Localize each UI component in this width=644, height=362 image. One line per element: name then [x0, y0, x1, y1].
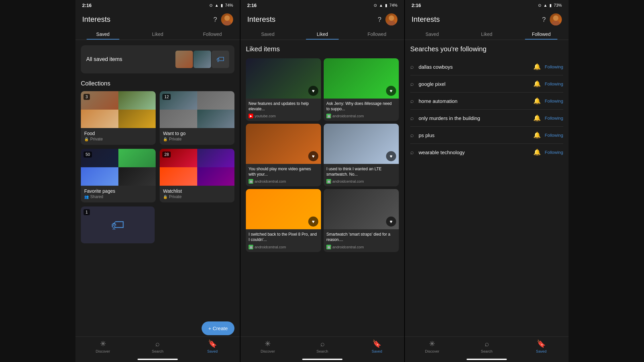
search-term-3: only murders in the building: [419, 115, 533, 121]
watch-count: 28: [162, 152, 171, 158]
all-saved-card[interactable]: All saved items 🏷: [81, 45, 234, 73]
status-icons-2: ⊙ ▲ ▮ 74%: [374, 3, 397, 8]
battery-level-2: 74%: [389, 3, 397, 8]
nav-discover-2[interactable]: ✳ Discover: [240, 340, 295, 353]
source-icon-4: 🤖: [249, 245, 253, 249]
following-btn-1[interactable]: Following: [545, 81, 563, 86]
bottom-nav-3: ✳ Discover ⌕ Search 🔖 Saved: [405, 337, 569, 359]
liked-source-1: 🤖 androidcentral.com: [326, 114, 396, 118]
tab-saved-3[interactable]: Saved: [405, 28, 460, 40]
liked-source-5: 🤖 androidcentral.com: [326, 245, 396, 249]
nav-saved-2[interactable]: 🔖 Saved: [350, 340, 404, 353]
fav-count: 50: [84, 152, 92, 158]
avatar-3[interactable]: [550, 13, 562, 25]
avatar-2[interactable]: [385, 13, 397, 25]
collection-tag-empty[interactable]: 🏷 1: [81, 206, 155, 243]
liked-source-4: 🤖 androidcentral.com: [249, 245, 318, 249]
svg-point-5: [552, 21, 560, 25]
liked-card-4[interactable]: ♥ I switched back to the Pixel 8 Pro, an…: [246, 189, 321, 252]
tab-saved-1[interactable]: Saved: [75, 28, 130, 40]
collection-favorites[interactable]: 50 Favorite pages 👥 Shared: [81, 149, 156, 202]
app-header-3: Interests ?: [405, 9, 569, 28]
nav-saved-1[interactable]: 🔖 Saved: [185, 340, 240, 353]
nav-search-1[interactable]: ⌕ Search: [130, 340, 185, 353]
tab-followed-3[interactable]: Followed: [514, 28, 569, 40]
battery-level-3: 73%: [554, 3, 562, 8]
help-icon-2[interactable]: ?: [378, 16, 381, 23]
watch-name: Watchlist: [163, 188, 231, 194]
liked-title-0: New features and updates to help elevate…: [249, 101, 318, 112]
search-row-4: ⌕ ps plus 🔔 Following: [410, 127, 563, 144]
liked-title-1: Ask Jerry: Why does iMessage need to sup…: [326, 101, 396, 112]
search-label-1: Search: [152, 349, 164, 353]
wifi-icon-3: ▲: [543, 3, 547, 8]
liked-img-0: ♥: [246, 58, 321, 99]
tab-followed-2[interactable]: Followed: [350, 28, 404, 40]
bell-icon-4[interactable]: 🔔: [533, 131, 541, 139]
following-btn-3[interactable]: Following: [545, 116, 563, 121]
watch-privacy-label: Private: [169, 194, 181, 199]
search-label-2: Search: [317, 349, 328, 353]
nav-search-3[interactable]: ⌕ Search: [460, 340, 514, 353]
search-sm-icon-3: ⌕: [410, 115, 414, 122]
followed-content: Searches you're following ⌕ dallas cowbo…: [405, 40, 569, 337]
saved-icon-3: 🔖: [537, 340, 546, 348]
nav-discover-3[interactable]: ✳ Discover: [405, 340, 460, 353]
tab-saved-2[interactable]: Saved: [240, 28, 295, 40]
collection-wantgo[interactable]: 12 Want to go 🔒 Private: [160, 91, 234, 145]
heart-btn-3[interactable]: ♥: [386, 151, 396, 161]
bell-icon-0[interactable]: 🔔: [533, 63, 541, 70]
food-count: 3: [84, 94, 90, 100]
create-button[interactable]: + Create: [202, 321, 234, 335]
help-icon-1[interactable]: ?: [213, 16, 217, 23]
fav-name: Favorite pages: [84, 188, 152, 194]
time-1: 2:16: [82, 3, 92, 8]
status-bar-1: 2:16 ⊙ ▲ ▮ 74%: [75, 0, 240, 9]
saved-content: All saved items 🏷 Collections: [75, 40, 240, 337]
bell-icon-1[interactable]: 🔔: [533, 80, 541, 87]
collection-watchlist[interactable]: 28 Watchlist 🔒 Private: [160, 149, 234, 202]
liked-info-2: You should play more video games with yo…: [246, 164, 321, 186]
tab-liked-2[interactable]: Liked: [295, 28, 350, 40]
following-btn-5[interactable]: Following: [545, 150, 563, 155]
heart-btn-1[interactable]: ♥: [386, 86, 396, 96]
tab-followed-1[interactable]: Followed: [185, 28, 240, 40]
header-icons-3: ?: [542, 13, 562, 25]
svg-point-1: [223, 21, 231, 25]
collection-food[interactable]: 3 Food 🔒 Private: [81, 91, 156, 145]
search-row-3: ⌕ only murders in the building 🔔 Followi…: [410, 110, 563, 127]
liked-img-4: ♥: [246, 189, 321, 229]
following-btn-2[interactable]: Following: [545, 99, 563, 104]
nav-discover-1[interactable]: ✳ Discover: [75, 340, 130, 353]
heart-btn-0[interactable]: ♥: [308, 86, 318, 96]
liked-title: Liked items: [246, 45, 399, 53]
home-indicator-3: [467, 359, 507, 360]
bell-icon-3[interactable]: 🔔: [533, 114, 541, 122]
want-img-2: [197, 91, 235, 110]
liked-card-5[interactable]: ♥ Smartwatch 'smart straps' died for a r…: [324, 189, 399, 252]
source-text-4: androidcentral.com: [255, 245, 286, 249]
battery-icon: ▮: [221, 3, 223, 8]
tab-liked-3[interactable]: Liked: [460, 28, 514, 40]
following-btn-0[interactable]: Following: [545, 64, 563, 69]
collections-grid: 3 Food 🔒 Private: [81, 91, 234, 202]
liked-card-2[interactable]: ♥ You should play more video games with …: [246, 124, 321, 186]
nav-search-2[interactable]: ⌕ Search: [295, 340, 350, 353]
following-btn-4[interactable]: Following: [545, 133, 563, 138]
tab-liked-1[interactable]: Liked: [130, 28, 185, 40]
source-icon-0: ▶: [249, 114, 253, 118]
liked-grid: ♥ New features and updates to help eleva…: [246, 58, 399, 252]
bell-icon-5[interactable]: 🔔: [533, 148, 541, 156]
thumb-tag: 🏷: [212, 51, 229, 68]
nav-saved-3[interactable]: 🔖 Saved: [514, 340, 569, 353]
liked-card-1[interactable]: ♥ Ask Jerry: Why does iMessage need to s…: [324, 58, 399, 121]
liked-card-3[interactable]: ♥ I used to think I wanted an LTE smartw…: [324, 124, 399, 186]
avatar-1[interactable]: [221, 13, 233, 25]
heart-btn-2[interactable]: ♥: [308, 151, 318, 161]
liked-title-2: You should play more video games with yo…: [249, 167, 318, 177]
liked-card-0[interactable]: ♥ New features and updates to help eleva…: [246, 58, 321, 121]
help-icon-3[interactable]: ?: [542, 16, 546, 23]
bell-icon-2[interactable]: 🔔: [533, 97, 541, 105]
saved-icon-2: 🔖: [372, 340, 381, 348]
battery-level-1: 74%: [225, 3, 233, 8]
